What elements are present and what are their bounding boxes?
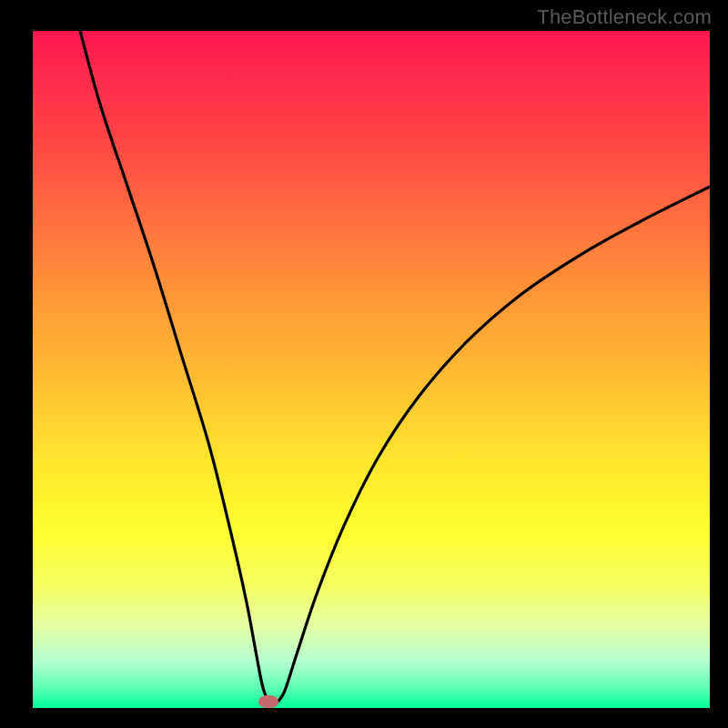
bottleneck-curve bbox=[33, 31, 710, 708]
watermark-text: TheBottleneck.com bbox=[537, 5, 712, 29]
optimal-point-marker bbox=[258, 695, 278, 708]
chart-canvas bbox=[33, 31, 710, 708]
